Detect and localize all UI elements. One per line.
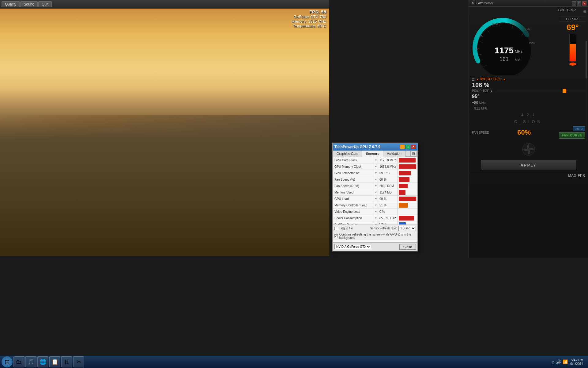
taskbar-start-btn[interactable]: ⊞	[2, 356, 13, 367]
auto-badge[interactable]: AUTO	[573, 126, 585, 131]
sensor-bar-9	[399, 216, 414, 220]
refresh-label: Sensor refresh rate:	[370, 227, 397, 230]
continue-refresh-row: ✓ Continue refreshing this screen while …	[333, 232, 417, 240]
continue-refresh-checkbox[interactable]: ✓	[334, 234, 338, 238]
refresh-select[interactable]: 1.0 sec	[398, 226, 416, 231]
tray-icon-2[interactable]: 🔊	[556, 359, 561, 364]
afterburner-panel: MSI Afterburner _ □ ✕ ≡ GPU TEMP	[469, 0, 588, 258]
sensor-row-4: Fan Speed (RPM) ▼ 2000 RPM	[333, 183, 417, 189]
sensor-bar-container-6	[398, 196, 417, 202]
thermometer	[569, 34, 576, 62]
gpuz-tab-graphics-card[interactable]: Graphics Card	[333, 151, 362, 157]
gpuz-tab-sensors[interactable]: Sensors	[362, 151, 383, 157]
taskbar-browser-btn[interactable]: 🌐	[37, 356, 48, 367]
log-to-file-label: Log to file	[340, 227, 353, 230]
taskbar-tray: ⌂ 🔊 📶	[550, 359, 569, 364]
taskbar-explorer-btn[interactable]: 🗁	[13, 356, 24, 367]
game-viewport: Quality Sound Quit FPS: 58 GeForce GTX 7…	[0, 0, 329, 256]
taskbar-cut-btn[interactable]: ✂	[73, 356, 84, 367]
sensor-arrow-0[interactable]: ▼	[374, 157, 378, 163]
sensor-name-10: PerfCap Reason	[333, 221, 374, 224]
sensor-bar-container-2	[398, 170, 417, 176]
sensor-arrow-4[interactable]: ▼	[374, 183, 378, 189]
sensor-arrow-10[interactable]: ▼	[374, 221, 378, 224]
svg-text:MHz: MHz	[515, 49, 522, 54]
sensor-value-2: 69.0 °C	[378, 170, 398, 176]
gpuz-maximize-btn[interactable]: □	[405, 145, 410, 149]
gpuz-minimize-btn[interactable]: _	[400, 145, 405, 149]
tray-icon-3[interactable]: 📶	[563, 359, 568, 364]
sensor-row-3: Fan Speed (%) ▼ 60 %	[333, 176, 417, 183]
sensor-value-8: 0 %	[378, 209, 398, 215]
sensor-row-1: GPU Memory Clock ▼ 1658.6 MHz	[333, 163, 417, 170]
sensor-arrow-7[interactable]: ▼	[374, 202, 378, 208]
gpuz-footer: NVIDIA GeForce GTX 780 Close	[333, 242, 417, 251]
clock-date: 9/1/2014	[570, 362, 583, 366]
gpuz-close-button[interactable]: Close	[399, 244, 416, 250]
gpuz-close-btn[interactable]: ✕	[411, 145, 416, 149]
gpu-name: GeForce GTX 780	[292, 14, 326, 19]
gpuz-title-text: TechPowerUp GPU-Z 0.7.9	[334, 145, 399, 149]
ab-maximize-btn[interactable]: □	[577, 1, 581, 6]
afterburner-title-bar: MSI Afterburner _ □ ✕	[469, 0, 588, 7]
fan-curve-btn[interactable]: FAN CURVE	[559, 132, 585, 139]
hamburger-icon[interactable]: ≡	[583, 8, 586, 15]
menu-quit-btn[interactable]: Quit	[38, 1, 52, 7]
sensor-bar-container-5	[398, 189, 417, 195]
menu-sound-btn[interactable]: Sound	[20, 1, 38, 7]
gpuz-window: TechPowerUp GPU-Z 0.7.9 _ □ ✕ Graphics C…	[332, 143, 418, 251]
clock-time: 5:47 PM	[570, 358, 583, 362]
sensor-name-3: Fan Speed (%)	[333, 176, 374, 182]
gpuz-tab-validation[interactable]: Validation	[383, 151, 405, 157]
sensor-name-5: Memory Used	[333, 189, 374, 195]
sensor-arrow-5[interactable]: ▼	[374, 189, 378, 195]
gpu-temp-label: GPU TEMP	[469, 7, 588, 12]
taskbar-media-btn[interactable]: 🎵	[25, 356, 36, 367]
prioritize-thumb	[563, 89, 566, 93]
ab-scrollbar[interactable]	[586, 16, 587, 141]
sensor-arrow-9[interactable]: ▼	[374, 215, 378, 221]
gpuz-settings-icon[interactable]: ⊞	[410, 151, 417, 156]
log-to-file-checkbox[interactable]	[334, 227, 338, 230]
sensor-arrow-3[interactable]: ▼	[374, 176, 378, 182]
ab-minimize-btn[interactable]: _	[572, 1, 576, 6]
sensor-arrow-2[interactable]: ▼	[374, 170, 378, 176]
apply-btn[interactable]: APPLY	[481, 160, 576, 170]
taskbar-hero-btn[interactable]: H	[61, 356, 72, 367]
fan-speed-label: FAN SPEED	[472, 131, 489, 134]
sensor-value-6: 99 %	[378, 196, 398, 202]
menu-quality-btn[interactable]: Quality	[2, 1, 20, 7]
sensor-name-8: Video Engine Load	[333, 209, 374, 215]
sensor-row-7: Memory Controller Load ▼ 51 %	[333, 202, 417, 209]
sensor-row-0: GPU Core Clock ▼ 1175.8 MHz	[333, 157, 417, 163]
thermo-bulb	[569, 63, 576, 66]
svg-text:1.25: 1.25	[524, 28, 530, 31]
plus89-value: +89	[472, 101, 478, 105]
menu-bar: Quality Sound Quit	[0, 0, 329, 9]
fan-deg-value: 95°	[472, 94, 479, 99]
sensor-row-2: GPU Temperature ▼ 69.0 °C	[333, 170, 417, 176]
sensor-arrow-8[interactable]: ▼	[374, 209, 378, 215]
sensor-arrow-6[interactable]: ▼	[374, 196, 378, 202]
tray-icon-1[interactable]: ⌂	[552, 359, 554, 364]
fps-value: 58	[321, 9, 326, 14]
mhz-unit-2: MHz	[481, 107, 488, 110]
taskbar-clock[interactable]: 5:47 PM 9/1/2014	[570, 358, 586, 366]
gpu-select[interactable]: NVIDIA GeForce GTX 780	[334, 244, 371, 249]
taskbar-notes-btn[interactable]: 📋	[49, 356, 60, 367]
gauge-pct: 106 %	[472, 82, 489, 89]
fan-deg-reading: 95°	[469, 93, 588, 100]
sensor-bar-0	[399, 158, 416, 163]
sensor-row-5: Memory Used ▼ 1194 MB	[333, 189, 417, 196]
terrain-overlay	[0, 90, 329, 256]
ab-close-btn[interactable]: ✕	[582, 1, 586, 6]
svg-text:1050: 1050	[492, 23, 498, 26]
sensor-value-3: 60 %	[378, 176, 398, 182]
max-fps-section: MAX FPS	[469, 172, 588, 179]
sensor-arrow-1[interactable]: ▼	[374, 163, 378, 170]
sensor-name-4: Fan Speed (RPM)	[333, 183, 374, 189]
prioritize-slider[interactable]	[496, 90, 585, 92]
sensor-row-8: Video Engine Load ▼ 0 %	[333, 209, 417, 215]
sensor-bar-1	[399, 164, 416, 169]
speedometer-gauge: 750 900 1050 1200 1.25 1500 1175 MHz 161…	[470, 13, 559, 76]
